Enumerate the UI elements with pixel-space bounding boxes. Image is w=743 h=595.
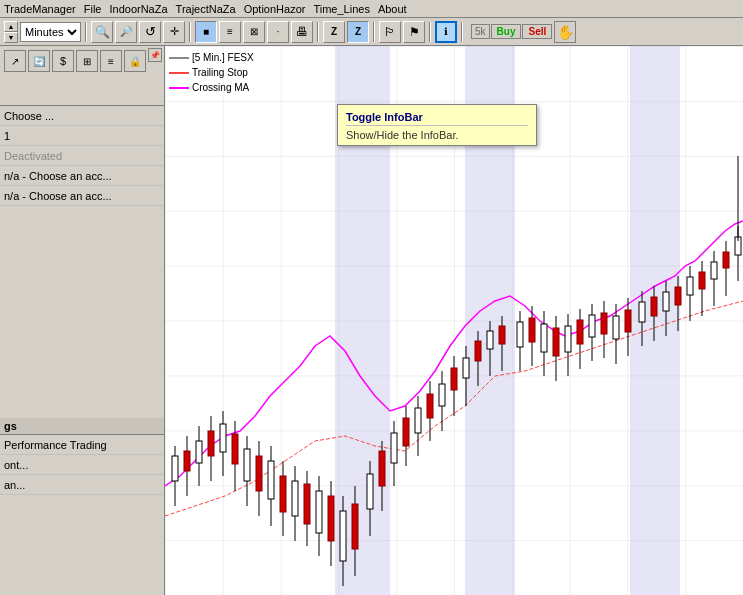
legend-text-1: [5 Min.] FESX [192, 50, 254, 65]
minutes-select[interactable]: Minutes [20, 22, 81, 42]
svg-rect-82 [639, 302, 645, 322]
svg-rect-10 [196, 441, 202, 463]
pin-button[interactable]: 📌 [148, 48, 162, 62]
menu-option[interactable]: OptionHazor [244, 3, 306, 15]
svg-rect-26 [292, 481, 298, 516]
legend-color-1 [169, 57, 189, 59]
sidebar-icon-6[interactable]: 🔒 [124, 50, 146, 72]
candle-btn[interactable]: ⊠ [243, 21, 265, 43]
sell-button[interactable]: Sell [522, 24, 552, 39]
svg-rect-16 [232, 434, 238, 464]
menu-trademanager[interactable]: TradeManager [4, 3, 76, 15]
svg-rect-76 [601, 313, 607, 334]
sep-1 [85, 22, 87, 42]
svg-rect-32 [328, 496, 334, 541]
toggle-infobar-tooltip: Toggle InfoBar Show/Hide the InfoBar. [337, 104, 537, 146]
perf-label: Performance Trading [4, 439, 107, 451]
draw2-btn[interactable]: Z [347, 21, 369, 43]
svg-rect-40 [379, 451, 385, 486]
svg-rect-64 [529, 318, 535, 342]
point-btn[interactable]: · [267, 21, 289, 43]
scan-row[interactable]: an... [0, 475, 164, 495]
svg-rect-72 [577, 320, 583, 344]
menu-about[interactable]: About [378, 3, 407, 15]
print-btn[interactable]: 🖶 [291, 21, 313, 43]
svg-rect-22 [268, 461, 274, 499]
font-label: ont... [4, 459, 28, 471]
choose-row[interactable]: Choose ... [0, 106, 164, 126]
legend-item-1: [5 Min.] FESX [169, 50, 254, 65]
svg-rect-18 [244, 449, 250, 481]
menu-file[interactable]: File [84, 3, 102, 15]
hand-tool-btn[interactable]: ✋ [554, 21, 576, 43]
scan-label: an... [4, 479, 25, 491]
legend-text-3: Crossing MA [192, 80, 249, 95]
candles-right [639, 156, 741, 346]
menu-indoor[interactable]: IndoorNaZa [109, 3, 167, 15]
svg-rect-92 [699, 272, 705, 289]
svg-rect-34 [340, 511, 346, 561]
minutes-selector: ▲ ▼ Minutes [4, 21, 81, 43]
candles-left [172, 411, 358, 586]
svg-rect-96 [723, 252, 729, 268]
bar-chart-btn[interactable]: ■ [195, 21, 217, 43]
value-label: 1 [4, 130, 10, 142]
sidebar-icon-1[interactable]: ↗ [4, 50, 26, 72]
acc2-label: n/a - Choose an acc... [4, 190, 112, 202]
svg-rect-20 [256, 456, 262, 491]
line-chart-btn[interactable]: ≡ [219, 21, 241, 43]
svg-rect-84 [651, 297, 657, 316]
draw-btn[interactable]: Z [323, 21, 345, 43]
menu-traject[interactable]: TrajectNaZa [176, 3, 236, 15]
choose-label: Choose ... [4, 110, 54, 122]
svg-rect-56 [475, 341, 481, 361]
zoom-in-btn[interactable]: 🔍 [91, 21, 113, 43]
svg-rect-80 [625, 310, 631, 332]
sep-4 [373, 22, 375, 42]
zoom-out-btn[interactable]: 🔎 [115, 21, 137, 43]
undo-btn[interactable]: ↺ [139, 21, 161, 43]
perf-row[interactable]: Performance Trading [0, 435, 164, 455]
svg-rect-50 [439, 384, 445, 406]
menu-time[interactable]: Time_Lines [313, 3, 369, 15]
svg-rect-42 [391, 433, 397, 463]
svg-rect-78 [613, 316, 619, 339]
crosshair-btn[interactable]: ✛ [163, 21, 185, 43]
section-label: gs [4, 420, 17, 432]
minutes-spin-down[interactable]: ▼ [4, 32, 18, 43]
svg-rect-52 [451, 368, 457, 390]
buy-button[interactable]: Buy [491, 24, 522, 39]
sidebar-icon-3[interactable]: $ [52, 50, 74, 72]
sidebar: 📌 ↗ 🔄 $ ⊞ ≡ 🔒 Choose ... 1 Deactivated n… [0, 46, 165, 595]
svg-rect-68 [553, 328, 559, 356]
acc1-label: n/a - Choose an acc... [4, 170, 112, 182]
sidebar-icon-2[interactable]: 🔄 [28, 50, 50, 72]
flag1-btn[interactable]: 🏳 [379, 21, 401, 43]
svg-rect-8 [184, 451, 190, 471]
sidebar-icon-4[interactable]: ⊞ [76, 50, 98, 72]
font-row[interactable]: ont... [0, 455, 164, 475]
legend-item-2: Trailing Stop [169, 65, 254, 80]
legend-item-3: Crossing MA [169, 80, 254, 95]
svg-rect-14 [220, 424, 226, 452]
svg-rect-38 [367, 474, 373, 509]
svg-rect-44 [403, 418, 409, 446]
svg-rect-12 [208, 431, 214, 456]
sep-6 [461, 22, 463, 42]
sidebar-top: 📌 ↗ 🔄 $ ⊞ ≡ 🔒 [0, 46, 164, 106]
toggle-infobar-btn[interactable]: ℹ [435, 21, 457, 43]
main-layout: 📌 ↗ 🔄 $ ⊞ ≡ 🔒 Choose ... 1 Deactivated n… [0, 46, 743, 595]
svg-rect-90 [687, 277, 693, 295]
svg-rect-58 [487, 331, 493, 349]
price-display: 5k [471, 24, 490, 39]
acc2-row[interactable]: n/a - Choose an acc... [0, 186, 164, 206]
acc1-row[interactable]: n/a - Choose an acc... [0, 166, 164, 186]
svg-rect-48 [427, 394, 433, 418]
chart-area[interactable]: [5 Min.] FESX Trailing Stop Crossing MA … [165, 46, 743, 595]
minutes-spin-up[interactable]: ▲ [4, 21, 18, 32]
sidebar-icon-5[interactable]: ≡ [100, 50, 122, 72]
svg-rect-30 [316, 491, 322, 533]
sep-5 [429, 22, 431, 42]
flag2-btn[interactable]: ⚑ [403, 21, 425, 43]
candles-middle [367, 298, 631, 536]
